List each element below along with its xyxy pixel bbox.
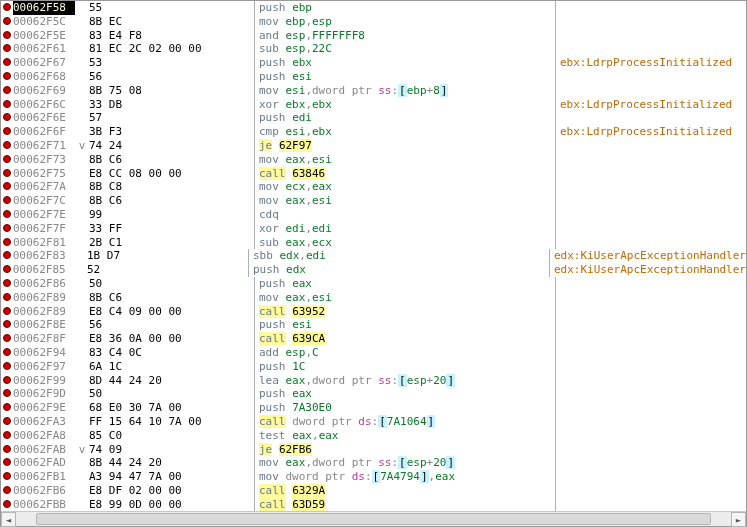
comment-cell[interactable] bbox=[556, 484, 746, 498]
breakpoint-icon[interactable] bbox=[3, 486, 11, 494]
breakpoint-gutter[interactable] bbox=[1, 236, 13, 250]
comment-cell[interactable] bbox=[556, 84, 746, 98]
comment-cell[interactable] bbox=[556, 194, 746, 208]
address-cell[interactable]: 00062F9D bbox=[13, 387, 75, 401]
comment-cell[interactable] bbox=[556, 305, 746, 319]
address-cell[interactable]: 00062F89 bbox=[13, 291, 75, 305]
comment-cell[interactable] bbox=[556, 374, 746, 388]
address-cell[interactable]: 00062F7C bbox=[13, 194, 75, 208]
address-cell[interactable]: 00062F58 bbox=[13, 1, 75, 15]
address-cell[interactable]: 00062FAD bbox=[13, 456, 75, 470]
breakpoint-gutter[interactable] bbox=[1, 332, 13, 346]
address-cell[interactable]: 00062F81 bbox=[13, 236, 75, 250]
breakpoint-icon[interactable] bbox=[3, 113, 11, 121]
breakpoint-gutter[interactable] bbox=[1, 180, 13, 194]
comment-cell[interactable] bbox=[556, 291, 746, 305]
breakpoint-icon[interactable] bbox=[3, 265, 11, 273]
horizontal-scrollbar[interactable]: ◄ ► bbox=[1, 511, 746, 526]
address-cell[interactable]: 00062FBB bbox=[13, 498, 75, 511]
disasm-row[interactable]: 00062FBBE8 99 0D 00 00call 63D59 bbox=[1, 498, 746, 511]
disasm-listing[interactable]: 00062F5855push ebp00062F5C8B ECmov ebp,e… bbox=[1, 1, 746, 511]
breakpoint-gutter[interactable] bbox=[1, 139, 13, 153]
address-cell[interactable]: 00062F89 bbox=[13, 305, 75, 319]
breakpoint-gutter[interactable] bbox=[1, 360, 13, 374]
disasm-row[interactable]: 00062F976A 1Cpush 1C bbox=[1, 360, 746, 374]
comment-cell[interactable] bbox=[556, 387, 746, 401]
comment-cell[interactable] bbox=[556, 153, 746, 167]
comment-cell[interactable] bbox=[556, 29, 746, 43]
breakpoint-icon[interactable] bbox=[3, 210, 11, 218]
disasm-row[interactable]: 00062F89E8 C4 09 00 00call 63952 bbox=[1, 305, 746, 319]
address-cell[interactable]: 00062F9E bbox=[13, 401, 75, 415]
disasm-row[interactable]: 00062FAD8B 44 24 20mov eax,dword ptr ss:… bbox=[1, 456, 746, 470]
breakpoint-gutter[interactable] bbox=[1, 374, 13, 388]
breakpoint-icon[interactable] bbox=[3, 334, 11, 342]
breakpoint-icon[interactable] bbox=[3, 155, 11, 163]
comment-cell[interactable] bbox=[556, 360, 746, 374]
breakpoint-gutter[interactable] bbox=[1, 167, 13, 181]
breakpoint-icon[interactable] bbox=[3, 17, 11, 25]
disasm-row[interactable]: 00062F6856push esi bbox=[1, 70, 746, 84]
breakpoint-gutter[interactable] bbox=[1, 208, 13, 222]
address-cell[interactable]: 00062F7A bbox=[13, 180, 75, 194]
breakpoint-gutter[interactable] bbox=[1, 484, 13, 498]
address-cell[interactable]: 00062F67 bbox=[13, 56, 75, 70]
breakpoint-icon[interactable] bbox=[3, 141, 11, 149]
comment-cell[interactable] bbox=[556, 70, 746, 84]
breakpoint-gutter[interactable] bbox=[1, 429, 13, 443]
disasm-row[interactable]: 00062F9E68 E0 30 7A 00push 7A30E0 bbox=[1, 401, 746, 415]
disasm-row[interactable]: 00062F6F3B F3cmp esi,ebxebx:LdrpProcessI… bbox=[1, 125, 746, 139]
breakpoint-gutter[interactable] bbox=[1, 153, 13, 167]
breakpoint-icon[interactable] bbox=[3, 224, 11, 232]
address-cell[interactable]: 00062F6C bbox=[13, 98, 75, 112]
comment-cell[interactable] bbox=[556, 1, 746, 15]
disasm-row[interactable]: 00062FABv74 09je 62FB6 bbox=[1, 443, 746, 457]
breakpoint-icon[interactable] bbox=[3, 417, 11, 425]
address-cell[interactable]: 00062F85 bbox=[13, 263, 74, 277]
breakpoint-gutter[interactable] bbox=[1, 443, 13, 457]
breakpoint-icon[interactable] bbox=[3, 3, 11, 11]
breakpoint-gutter[interactable] bbox=[1, 277, 13, 291]
comment-cell[interactable] bbox=[556, 415, 746, 429]
address-cell[interactable]: 00062F6E bbox=[13, 111, 75, 125]
breakpoint-gutter[interactable] bbox=[1, 401, 13, 415]
breakpoint-gutter[interactable] bbox=[1, 291, 13, 305]
address-cell[interactable]: 00062F83 bbox=[13, 249, 74, 263]
breakpoint-gutter[interactable] bbox=[1, 346, 13, 360]
disasm-row[interactable]: 00062FA885 C0test eax,eax bbox=[1, 429, 746, 443]
breakpoint-gutter[interactable] bbox=[1, 222, 13, 236]
address-cell[interactable]: 00062F5C bbox=[13, 15, 75, 29]
breakpoint-icon[interactable] bbox=[3, 31, 11, 39]
comment-cell[interactable] bbox=[556, 346, 746, 360]
disasm-row[interactable]: 00062F8552push edxedx:KiUserApcException… bbox=[1, 263, 746, 277]
breakpoint-gutter[interactable] bbox=[1, 84, 13, 98]
address-cell[interactable]: 00062F99 bbox=[13, 374, 75, 388]
disasm-row[interactable]: 00062F998D 44 24 20lea eax,dword ptr ss:… bbox=[1, 374, 746, 388]
disasm-row[interactable]: 00062F831B D7sbb edx,ediedx:KiUserApcExc… bbox=[1, 249, 746, 263]
comment-cell[interactable] bbox=[556, 180, 746, 194]
disasm-row[interactable]: 00062F698B 75 08mov esi,dword ptr ss:[eb… bbox=[1, 84, 746, 98]
scroll-thumb[interactable] bbox=[36, 513, 711, 525]
address-cell[interactable]: 00062F97 bbox=[13, 360, 75, 374]
breakpoint-icon[interactable] bbox=[3, 320, 11, 328]
comment-cell[interactable] bbox=[556, 443, 746, 457]
breakpoint-gutter[interactable] bbox=[1, 125, 13, 139]
comment-cell[interactable] bbox=[556, 429, 746, 443]
comment-cell[interactable]: edx:KiUserApcExceptionHandler bbox=[550, 263, 746, 277]
breakpoint-icon[interactable] bbox=[3, 445, 11, 453]
disasm-row[interactable]: 00062F738B C6mov eax,esi bbox=[1, 153, 746, 167]
breakpoint-icon[interactable] bbox=[3, 238, 11, 246]
breakpoint-icon[interactable] bbox=[3, 403, 11, 411]
address-cell[interactable]: 00062F6F bbox=[13, 125, 75, 139]
disasm-row[interactable]: 00062FB1A3 94 47 7A 00mov dword ptr ds:[… bbox=[1, 470, 746, 484]
comment-cell[interactable] bbox=[556, 208, 746, 222]
breakpoint-icon[interactable] bbox=[3, 279, 11, 287]
address-cell[interactable]: 00062F71 bbox=[13, 139, 75, 153]
disasm-row[interactable]: 00062F75E8 CC 08 00 00call 63846 bbox=[1, 167, 746, 181]
breakpoint-icon[interactable] bbox=[3, 293, 11, 301]
breakpoint-icon[interactable] bbox=[3, 44, 11, 52]
comment-cell[interactable] bbox=[556, 470, 746, 484]
disasm-row[interactable]: 00062F6181 EC 2C 02 00 00sub esp,22C bbox=[1, 42, 746, 56]
address-cell[interactable]: 00062F94 bbox=[13, 346, 75, 360]
breakpoint-gutter[interactable] bbox=[1, 111, 13, 125]
